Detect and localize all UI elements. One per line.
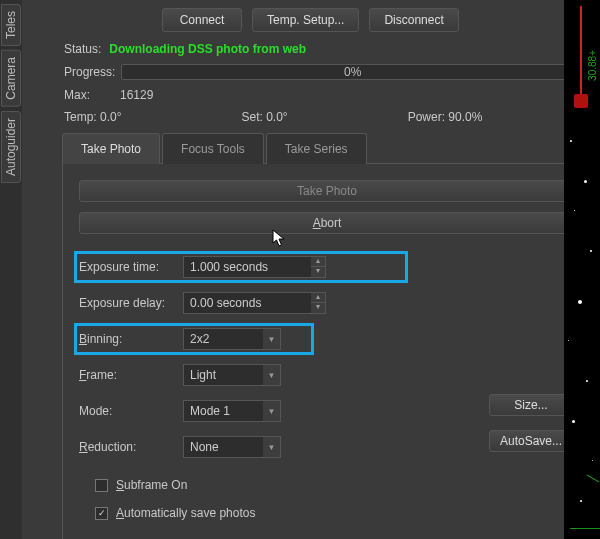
exposure-delay-label: Exposure delay: <box>79 296 175 310</box>
frame-value[interactable]: Light <box>183 364 263 386</box>
frame-dropdown[interactable]: Light ▼ <box>183 364 281 386</box>
binning-dropdown[interactable]: 2x2 ▼ <box>183 328 281 350</box>
camera-panel: Connect Temp. Setup... Disconnect Status… <box>22 0 600 539</box>
mode-label: Mode: <box>79 404 175 418</box>
exposure-time-label: Exposure time: <box>79 260 175 274</box>
spinner-down-icon[interactable]: ▼ <box>311 267 325 277</box>
progress-bar: 0% <box>121 64 584 80</box>
size-button[interactable]: Size... <box>489 394 573 416</box>
star-chart-preview: 30.88+ <box>564 0 600 539</box>
tab-strip: Take Photo Focus Tools Take Series <box>62 132 588 164</box>
exposure-time-spinner[interactable]: 1.000 seconds ▲▼ <box>183 256 326 278</box>
temp-setup-button[interactable]: Temp. Setup... <box>252 8 359 32</box>
autosave-button[interactable]: AutoSave... <box>489 430 573 452</box>
autosave-label: Automatically save photos <box>116 506 255 520</box>
autosave-checkbox[interactable]: ✓ <box>95 507 108 520</box>
tab-focus-tools[interactable]: Focus Tools <box>162 133 264 164</box>
side-tab-camera[interactable]: Camera <box>1 50 21 107</box>
exposure-delay-input[interactable]: 0.00 seconds <box>183 292 311 314</box>
mode-dropdown[interactable]: Mode 1 ▼ <box>183 400 281 422</box>
tab-take-series[interactable]: Take Series <box>266 133 367 164</box>
take-photo-pane: ▲ Take Photo Abort Exposure time: 1.000 … <box>62 164 588 539</box>
subframe-label: Subframe On <box>116 478 187 492</box>
subframe-checkbox[interactable] <box>95 479 108 492</box>
take-photo-button[interactable]: Take Photo <box>79 180 575 202</box>
connect-button[interactable]: Connect <box>162 8 242 32</box>
mode-value[interactable]: Mode 1 <box>183 400 263 422</box>
max-label: Max: <box>64 88 90 102</box>
power-reading: Power: 90.0% <box>408 110 483 124</box>
set-reading: Set: 0.0° <box>242 110 288 124</box>
reduction-label: Reduction: <box>79 440 175 454</box>
binning-label: Binning: <box>79 332 175 346</box>
spinner-up-icon[interactable]: ▲ <box>311 257 325 267</box>
status-value: Downloading DSS photo from web <box>109 42 306 56</box>
star-coord-text: 30.88+ <box>587 50 598 81</box>
exposure-time-input[interactable]: 1.000 seconds <box>183 256 311 278</box>
max-value: 16129 <box>120 88 153 102</box>
side-tab-autoguider[interactable]: Autoguider <box>1 111 21 183</box>
disconnect-button[interactable]: Disconnect <box>369 8 458 32</box>
frame-label: Frame: <box>79 368 175 382</box>
binning-value[interactable]: 2x2 <box>183 328 263 350</box>
chevron-down-icon[interactable]: ▼ <box>263 328 281 350</box>
progress-text: 0% <box>344 65 361 79</box>
reduction-value[interactable]: None <box>183 436 263 458</box>
side-tab-telescope[interactable]: Teles <box>1 4 21 46</box>
side-tab-strip: Teles Camera Autoguider <box>0 0 22 539</box>
abort-button[interactable]: Abort <box>79 212 575 234</box>
progress-label: Progress: <box>64 65 115 79</box>
status-label: Status: <box>64 42 101 56</box>
temp-reading: Temp: 0.0° <box>64 110 122 124</box>
exposure-delay-spinner[interactable]: 0.00 seconds ▲▼ <box>183 292 326 314</box>
reduction-dropdown[interactable]: None ▼ <box>183 436 281 458</box>
tab-take-photo[interactable]: Take Photo <box>62 133 160 164</box>
